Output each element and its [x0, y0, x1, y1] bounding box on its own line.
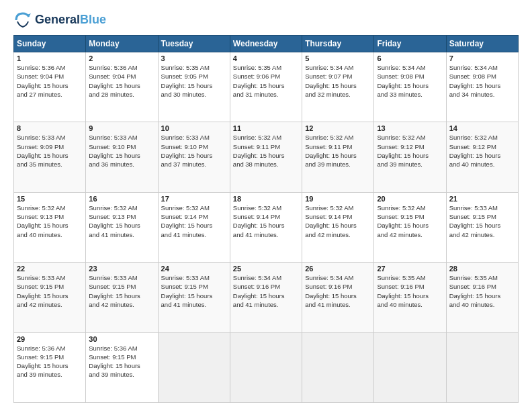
cell-text: Sunrise: 5:32 AMSunset: 9:11 PMDaylight:… — [233, 133, 299, 169]
day-cell-10: 10Sunrise: 5:33 AMSunset: 9:10 PMDayligh… — [158, 122, 230, 192]
day-number: 14 — [449, 124, 515, 132]
day-cell-19: 19Sunrise: 5:32 AMSunset: 9:14 PMDayligh… — [302, 192, 374, 262]
day-cell-3: 3Sunrise: 5:35 AMSunset: 9:05 PMDaylight… — [158, 52, 230, 122]
cell-text: Sunrise: 5:32 AMSunset: 9:12 PMDaylight:… — [449, 133, 515, 169]
cell-text: Sunrise: 5:36 AMSunset: 9:04 PMDaylight:… — [17, 63, 83, 99]
day-number: 16 — [89, 195, 154, 203]
cell-text: Sunrise: 5:32 AMSunset: 9:13 PMDaylight:… — [17, 203, 83, 239]
day-cell-5: 5Sunrise: 5:34 AMSunset: 9:07 PMDaylight… — [302, 52, 374, 122]
day-cell-30: 30Sunrise: 5:36 AMSunset: 9:15 PMDayligh… — [86, 332, 158, 402]
day-number: 15 — [17, 195, 83, 203]
col-tuesday: Tuesday — [158, 36, 230, 52]
col-thursday: Thursday — [302, 36, 374, 52]
cell-text: Sunrise: 5:35 AMSunset: 9:05 PMDaylight:… — [161, 63, 227, 99]
table-row: 29Sunrise: 5:36 AMSunset: 9:15 PMDayligh… — [14, 332, 519, 402]
day-cell-21: 21Sunrise: 5:33 AMSunset: 9:15 PMDayligh… — [446, 192, 518, 262]
day-number: 21 — [449, 195, 515, 203]
table-row: 15Sunrise: 5:32 AMSunset: 9:13 PMDayligh… — [14, 192, 519, 262]
day-cell-28: 28Sunrise: 5:35 AMSunset: 9:16 PMDayligh… — [446, 263, 518, 332]
day-number: 30 — [89, 335, 154, 343]
cell-text: Sunrise: 5:35 AMSunset: 9:06 PMDaylight:… — [233, 63, 299, 99]
day-number: 5 — [305, 54, 371, 62]
day-number: 3 — [161, 54, 227, 62]
cell-text: Sunrise: 5:36 AMSunset: 9:04 PMDaylight:… — [89, 63, 154, 99]
cell-text: Sunrise: 5:32 AMSunset: 9:14 PMDaylight:… — [305, 203, 371, 239]
cell-text: Sunrise: 5:34 AMSunset: 9:07 PMDaylight:… — [305, 63, 371, 99]
cell-text: Sunrise: 5:32 AMSunset: 9:12 PMDaylight:… — [377, 133, 443, 169]
day-cell-13: 13Sunrise: 5:32 AMSunset: 9:12 PMDayligh… — [374, 122, 446, 192]
cell-text: Sunrise: 5:32 AMSunset: 9:14 PMDaylight:… — [233, 203, 299, 239]
day-cell-12: 12Sunrise: 5:32 AMSunset: 9:11 PMDayligh… — [302, 122, 374, 192]
cell-text: Sunrise: 5:33 AMSunset: 9:15 PMDaylight:… — [89, 273, 154, 309]
day-cell-25: 25Sunrise: 5:34 AMSunset: 9:16 PMDayligh… — [230, 263, 302, 332]
day-number: 20 — [377, 195, 443, 203]
cell-text: Sunrise: 5:32 AMSunset: 9:13 PMDaylight:… — [89, 203, 154, 239]
day-number: 12 — [305, 124, 371, 132]
day-cell-11: 11Sunrise: 5:32 AMSunset: 9:11 PMDayligh… — [230, 122, 302, 192]
day-cell-16: 16Sunrise: 5:32 AMSunset: 9:13 PMDayligh… — [86, 192, 158, 262]
table-row: 1Sunrise: 5:36 AMSunset: 9:04 PMDaylight… — [14, 52, 519, 122]
cell-text: Sunrise: 5:35 AMSunset: 9:16 PMDaylight:… — [377, 273, 443, 309]
day-number: 10 — [161, 124, 227, 132]
col-saturday: Saturday — [446, 36, 518, 52]
cell-text: Sunrise: 5:34 AMSunset: 9:16 PMDaylight:… — [305, 273, 371, 309]
col-friday: Friday — [374, 36, 446, 52]
day-cell-23: 23Sunrise: 5:33 AMSunset: 9:15 PMDayligh… — [86, 263, 158, 332]
col-sunday: Sunday — [14, 36, 86, 52]
day-cell-4: 4Sunrise: 5:35 AMSunset: 9:06 PMDaylight… — [230, 52, 302, 122]
day-number: 2 — [89, 54, 154, 62]
day-number: 26 — [305, 265, 371, 273]
cell-text: Sunrise: 5:32 AMSunset: 9:11 PMDaylight:… — [305, 133, 371, 169]
day-cell-7: 7Sunrise: 5:34 AMSunset: 9:08 PMDaylight… — [446, 52, 518, 122]
day-number: 6 — [377, 54, 443, 62]
cell-text: Sunrise: 5:33 AMSunset: 9:15 PMDaylight:… — [449, 203, 515, 239]
cell-text: Sunrise: 5:33 AMSunset: 9:10 PMDaylight:… — [89, 133, 154, 169]
day-cell-2: 2Sunrise: 5:36 AMSunset: 9:04 PMDaylight… — [86, 52, 158, 122]
day-number: 24 — [161, 265, 227, 273]
day-number: 7 — [449, 54, 515, 62]
cell-text: Sunrise: 5:32 AMSunset: 9:14 PMDaylight:… — [161, 203, 227, 239]
day-number: 13 — [377, 124, 443, 132]
day-cell-20: 20Sunrise: 5:32 AMSunset: 9:15 PMDayligh… — [374, 192, 446, 262]
empty-cell — [374, 332, 446, 402]
day-cell-27: 27Sunrise: 5:35 AMSunset: 9:16 PMDayligh… — [374, 263, 446, 332]
day-cell-22: 22Sunrise: 5:33 AMSunset: 9:15 PMDayligh… — [14, 263, 86, 332]
day-number: 11 — [233, 124, 299, 132]
logo-icon — [13, 11, 32, 30]
logo-text: GeneralBlue — [35, 13, 106, 27]
calendar-table: Sunday Monday Tuesday Wednesday Thursday… — [13, 35, 519, 403]
cell-text: Sunrise: 5:36 AMSunset: 9:15 PMDaylight:… — [89, 344, 154, 379]
day-cell-29: 29Sunrise: 5:36 AMSunset: 9:15 PMDayligh… — [14, 332, 86, 402]
day-cell-26: 26Sunrise: 5:34 AMSunset: 9:16 PMDayligh… — [302, 263, 374, 332]
day-cell-18: 18Sunrise: 5:32 AMSunset: 9:14 PMDayligh… — [230, 192, 302, 262]
day-number: 23 — [89, 265, 154, 273]
cell-text: Sunrise: 5:32 AMSunset: 9:15 PMDaylight:… — [377, 203, 443, 239]
empty-cell — [158, 332, 230, 402]
cell-text: Sunrise: 5:36 AMSunset: 9:15 PMDaylight:… — [17, 344, 83, 379]
col-wednesday: Wednesday — [230, 36, 302, 52]
cell-text: Sunrise: 5:34 AMSunset: 9:16 PMDaylight:… — [233, 273, 299, 309]
cell-text: Sunrise: 5:34 AMSunset: 9:08 PMDaylight:… — [377, 63, 443, 99]
day-number: 17 — [161, 195, 227, 203]
col-monday: Monday — [86, 36, 158, 52]
day-number: 18 — [233, 195, 299, 203]
table-row: 22Sunrise: 5:33 AMSunset: 9:15 PMDayligh… — [14, 263, 519, 332]
empty-cell — [230, 332, 302, 402]
day-cell-14: 14Sunrise: 5:32 AMSunset: 9:12 PMDayligh… — [446, 122, 518, 192]
cell-text: Sunrise: 5:33 AMSunset: 9:15 PMDaylight:… — [161, 273, 227, 309]
header: GeneralBlue — [13, 11, 519, 30]
day-cell-17: 17Sunrise: 5:32 AMSunset: 9:14 PMDayligh… — [158, 192, 230, 262]
empty-cell — [446, 332, 518, 402]
day-cell-24: 24Sunrise: 5:33 AMSunset: 9:15 PMDayligh… — [158, 263, 230, 332]
table-row: 8Sunrise: 5:33 AMSunset: 9:09 PMDaylight… — [14, 122, 519, 192]
day-number: 9 — [89, 124, 154, 132]
day-cell-6: 6Sunrise: 5:34 AMSunset: 9:08 PMDaylight… — [374, 52, 446, 122]
day-number: 28 — [449, 265, 515, 273]
cell-text: Sunrise: 5:33 AMSunset: 9:10 PMDaylight:… — [161, 133, 227, 169]
day-number: 4 — [233, 54, 299, 62]
day-number: 1 — [17, 54, 83, 62]
calendar-header-row: Sunday Monday Tuesday Wednesday Thursday… — [14, 36, 519, 52]
logo: GeneralBlue — [13, 11, 106, 30]
day-number: 19 — [305, 195, 371, 203]
day-cell-15: 15Sunrise: 5:32 AMSunset: 9:13 PMDayligh… — [14, 192, 86, 262]
